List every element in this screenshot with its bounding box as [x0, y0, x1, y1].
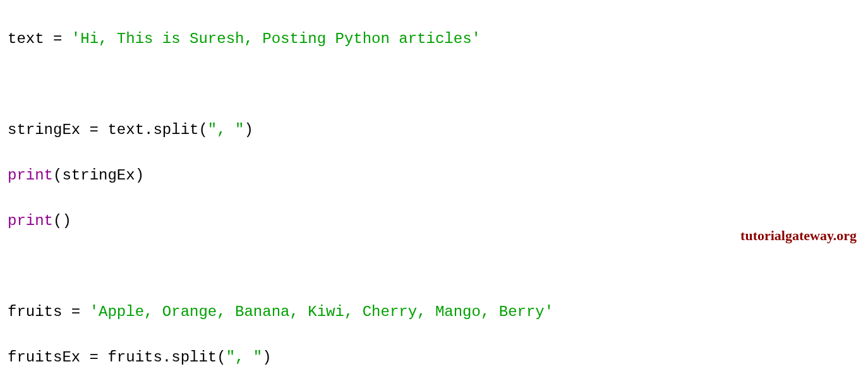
code-builtin: print [8, 212, 53, 229]
code-line: text = 'Hi, This is Suresh, Posting Pyth… [8, 28, 860, 51]
code-string: ", " [208, 121, 244, 138]
code-line: fruitsEx = fruits.split(", ") [8, 346, 860, 369]
code-line: print() [8, 210, 860, 233]
code-token: fruits = [8, 303, 90, 320]
code-token: = [53, 30, 71, 47]
code-string: ", " [226, 349, 263, 366]
code-line [8, 255, 860, 278]
code-token: text [8, 30, 53, 47]
code-string: 'Hi, This is Suresh, Posting Python arti… [71, 30, 481, 47]
code-token: ) [244, 121, 253, 138]
code-token: fruitsEx = fruits.split( [8, 349, 226, 366]
code-token: ) [262, 349, 271, 366]
code-string: 'Apple, Orange, Banana, Kiwi, Cherry, Ma… [90, 303, 554, 320]
code-line: stringEx = text.split(", ") [8, 119, 860, 142]
code-token: () [53, 212, 71, 229]
code-token: (stringEx) [53, 167, 144, 184]
code-line: print(stringEx) [8, 164, 860, 187]
code-token: stringEx = text.split( [8, 121, 208, 138]
code-line [8, 73, 860, 96]
code-line: fruits = 'Apple, Orange, Banana, Kiwi, C… [8, 301, 860, 324]
code-builtin: print [8, 167, 53, 184]
watermark-text: tutorialgateway.org [740, 225, 857, 246]
code-editor: text = 'Hi, This is Suresh, Posting Pyth… [0, 0, 868, 388]
